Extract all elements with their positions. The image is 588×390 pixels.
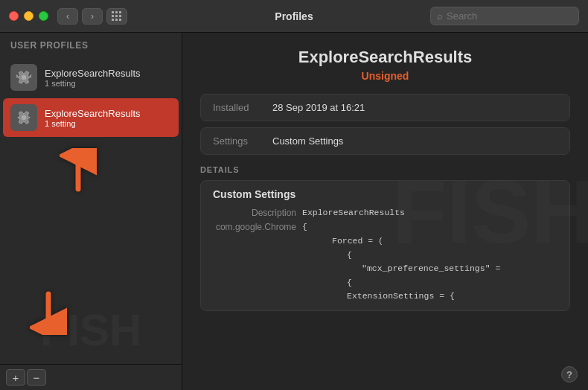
add-profile-button[interactable]: + bbox=[6, 369, 25, 386]
help-button[interactable]: ? bbox=[561, 366, 578, 383]
svg-point-1 bbox=[22, 75, 27, 80]
profile-icon-1 bbox=[10, 64, 37, 91]
code-value-1: Forced = ( bbox=[302, 234, 383, 248]
profile-count-2: 1 setting bbox=[45, 119, 141, 128]
code-label-4 bbox=[213, 276, 302, 290]
minimize-button[interactable] bbox=[24, 11, 33, 21]
profile-name-2: ExploreSearchResults bbox=[45, 108, 141, 119]
profile-icon-2 bbox=[10, 104, 37, 131]
remove-profile-button[interactable]: − bbox=[27, 369, 46, 386]
installed-label: Installed bbox=[213, 102, 272, 113]
nav-buttons: ‹ › bbox=[57, 8, 103, 25]
code-line-3: "mcx_preference_settings" = bbox=[213, 262, 557, 275]
sidebar-toolbar: + − bbox=[0, 364, 182, 390]
code-line-5: ExtensionSettings = { bbox=[213, 290, 557, 303]
window-title: Profiles bbox=[275, 10, 313, 22]
titlebar: ‹ › Profiles ⌕ bbox=[0, 0, 588, 33]
detail-pane: FISH ExploreSearchResults Unsigned Insta… bbox=[182, 33, 588, 390]
custom-settings-title: Custom Settings bbox=[213, 188, 557, 200]
profile-item-1[interactable]: ExploreSearchResults 1 setting bbox=[3, 58, 179, 97]
grid-icon bbox=[112, 11, 122, 22]
forward-button[interactable]: › bbox=[82, 8, 103, 25]
code-value-5: ExtensionSettings = { bbox=[302, 290, 455, 303]
chrome-label: com.google.Chrome bbox=[213, 220, 302, 234]
code-line-4: { bbox=[213, 276, 557, 290]
code-line-2: { bbox=[213, 249, 557, 262]
sidebar: User Profiles ExploreSearchResults 1 set… bbox=[0, 33, 182, 390]
close-button[interactable] bbox=[9, 11, 19, 21]
back-button[interactable]: ‹ bbox=[57, 8, 78, 25]
description-value: ExploreSearchResults bbox=[302, 206, 405, 220]
code-line-0: com.google.Chrome { bbox=[213, 220, 557, 234]
details-header: DETAILS bbox=[200, 165, 570, 174]
profile-info-1: ExploreSearchResults 1 setting bbox=[45, 68, 141, 88]
code-label-1 bbox=[213, 234, 302, 248]
main-content: User Profiles ExploreSearchResults 1 set… bbox=[0, 33, 588, 390]
settings-label: Settings bbox=[213, 135, 272, 147]
sidebar-header: User Profiles bbox=[0, 33, 182, 57]
code-label-5 bbox=[213, 290, 302, 303]
code-line-1: Forced = ( bbox=[213, 234, 557, 248]
search-icon: ⌕ bbox=[437, 10, 443, 22]
profile-item-2[interactable]: ExploreSearchResults 1 setting bbox=[3, 98, 179, 137]
maximize-button[interactable] bbox=[39, 11, 48, 21]
svg-point-3 bbox=[22, 115, 27, 121]
grid-menu-button[interactable] bbox=[106, 8, 127, 25]
installed-value: 28 Sep 2019 at 16:21 bbox=[272, 102, 365, 113]
detail-profile-name: ExploreSearchResults bbox=[200, 48, 570, 67]
code-value-3: "mcx_preference_settings" = bbox=[302, 262, 500, 275]
code-label-2 bbox=[213, 249, 302, 262]
search-bar[interactable]: ⌕ bbox=[430, 7, 579, 25]
code-value-4: { bbox=[302, 276, 352, 290]
description-label: Description bbox=[213, 206, 302, 220]
profile-list: ExploreSearchResults 1 setting ExploreSe… bbox=[0, 57, 182, 364]
profile-name-1: ExploreSearchResults bbox=[45, 68, 141, 79]
code-value-0: { bbox=[302, 220, 307, 234]
code-label-3 bbox=[213, 262, 302, 275]
traffic-lights bbox=[9, 11, 48, 21]
settings-value: Custom Settings bbox=[272, 135, 343, 147]
search-input[interactable] bbox=[447, 10, 572, 22]
detail-status: Unsigned bbox=[200, 70, 570, 82]
code-value-2: { bbox=[302, 249, 352, 262]
settings-row: Settings Custom Settings bbox=[200, 127, 570, 155]
installed-row: Installed 28 Sep 2019 at 16:21 bbox=[200, 94, 570, 121]
description-row: Description ExploreSearchResults bbox=[213, 206, 557, 220]
custom-settings-box: Custom Settings Description ExploreSearc… bbox=[200, 180, 570, 311]
profile-info-2: ExploreSearchResults 1 setting bbox=[45, 108, 141, 128]
profile-count-1: 1 setting bbox=[45, 79, 141, 88]
